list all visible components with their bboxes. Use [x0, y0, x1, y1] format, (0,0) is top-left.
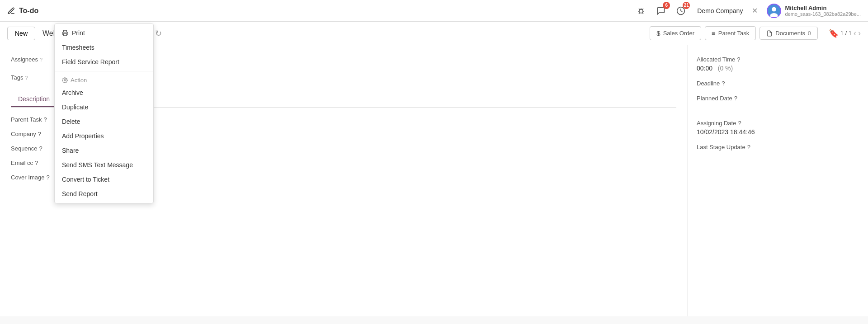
dollar-icon: $ — [656, 29, 660, 37]
next-button[interactable]: › — [858, 28, 861, 38]
menu-duplicate[interactable]: Duplicate — [55, 100, 153, 114]
documents-label: Documents — [775, 30, 805, 37]
close-button[interactable]: ✕ — [752, 6, 758, 15]
svg-point-7 — [64, 80, 66, 81]
company-name: Demo Company — [697, 7, 743, 14]
assigning-date-field: Assigning Date ? 10/02/2023 18:44:46 — [697, 120, 859, 136]
user-avatar — [767, 4, 781, 18]
navbar: To-do 6 21 Demo Company ✕ — [0, 0, 868, 22]
sales-order-button[interactable]: $ Sales Order — [650, 26, 701, 40]
brand: To-do — [7, 7, 38, 15]
allocated-time-label: Allocated Time ? — [697, 56, 859, 63]
menu-archive[interactable]: Archive — [55, 85, 153, 100]
documents-count: 0 — [808, 30, 811, 37]
cover-image-help[interactable]: ? — [46, 174, 49, 181]
new-button[interactable]: New — [7, 27, 35, 40]
planned-date-field: Planned Date ? — [697, 95, 859, 102]
bug-icon — [637, 6, 646, 15]
chat-badge: 6 — [663, 2, 670, 9]
deadline-help[interactable]: ? — [722, 80, 725, 87]
menu-send-report[interactable]: Send Report — [55, 187, 153, 201]
action-gear-icon — [62, 77, 68, 83]
prev-button[interactable]: ‹ — [854, 28, 856, 38]
parent-task-label: Parent Task — [718, 30, 749, 37]
planned-date-help[interactable]: ? — [734, 95, 737, 102]
pencil-icon — [7, 7, 15, 15]
deadline-field: Deadline ? — [697, 80, 859, 87]
sequence-help[interactable]: ? — [39, 145, 42, 152]
documents-button[interactable]: Documents 0 — [760, 27, 817, 40]
menu-delete[interactable]: Delete — [55, 114, 153, 129]
allocated-time-field: Allocated Time ? 00:00 (0 %) — [697, 56, 859, 72]
clock-badge: 21 — [683, 2, 690, 9]
avatar-image — [768, 5, 780, 17]
menu-add-properties[interactable]: Add Properties — [55, 129, 153, 143]
menu-share[interactable]: Share — [55, 143, 153, 158]
sales-order-label: Sales Order — [663, 30, 694, 37]
last-stage-field: Last Stage Update ? — [697, 144, 859, 150]
redo-button[interactable]: ↻ — [153, 27, 164, 40]
menu-field-service[interactable]: Field Service Report — [55, 55, 153, 69]
document-icon — [766, 30, 773, 37]
tags-help[interactable]: ? — [25, 75, 28, 80]
deadline-label: Deadline ? — [697, 80, 859, 87]
parent-task-help[interactable]: ? — [43, 116, 47, 123]
user-info: Mitchell Admin demo_saas-163_082ba82a29b… — [785, 5, 861, 17]
svg-point-3 — [772, 7, 777, 11]
smart-buttons: $ Sales Order ≡ Parent Task Documents 0 — [650, 26, 817, 40]
email-cc-help[interactable]: ? — [35, 160, 38, 166]
brand-label: To-do — [19, 7, 38, 15]
chat-button[interactable]: 6 — [654, 4, 668, 18]
assigning-date-section: Assigning Date ? 10/02/2023 18:44:46 Las… — [697, 120, 859, 150]
menu-send-sms[interactable]: Send SMS Text Message — [55, 158, 153, 172]
allocated-time-value: 00:00 (0 %) — [697, 65, 859, 72]
menu-print[interactable]: Print — [55, 26, 153, 40]
assigning-date-help[interactable]: ? — [738, 120, 741, 127]
bookmark-button[interactable]: 🔖 — [829, 28, 839, 38]
company-help[interactable]: ? — [38, 131, 41, 137]
svg-rect-6 — [64, 33, 67, 36]
allocated-time-help[interactable]: ? — [737, 56, 740, 63]
menu-action-section: Action — [55, 73, 153, 85]
planned-date-label: Planned Date ? — [697, 95, 859, 102]
clock-button[interactable]: 21 — [674, 4, 688, 18]
menu-timesheets[interactable]: Timesheets — [55, 40, 153, 55]
pagination-area: 🔖 1 / 1 ‹ › — [829, 28, 861, 38]
svg-point-0 — [639, 9, 643, 13]
menu-divider-1 — [55, 71, 153, 71]
tab-description[interactable]: Description — [11, 92, 57, 107]
last-stage-label: Last Stage Update ? — [697, 144, 859, 150]
user-section: Mitchell Admin demo_saas-163_082ba82a29b… — [767, 4, 861, 18]
assigning-date-value: 10/02/2023 18:44:46 — [697, 128, 859, 136]
dropdown-menu: Print Timesheets Field Service Report Ac… — [54, 23, 154, 203]
right-panel: Allocated Time ? 00:00 (0 %) Deadline ? … — [687, 45, 868, 316]
user-name: Mitchell Admin — [785, 5, 861, 11]
assignees-help[interactable]: ? — [40, 57, 42, 62]
user-db: demo_saas-163_082ba82a29be... — [785, 11, 861, 17]
page-counter: 1 / 1 — [840, 30, 852, 37]
navbar-icons: 6 21 Demo Company ✕ Mitchell Admin demo_… — [634, 4, 861, 18]
list-icon: ≡ — [712, 29, 716, 37]
menu-convert-ticket[interactable]: Convert to Ticket — [55, 172, 153, 187]
bug-button[interactable] — [634, 4, 648, 18]
last-stage-help[interactable]: ? — [747, 144, 750, 150]
parent-task-button[interactable]: ≡ Parent Task — [705, 26, 756, 40]
assigning-date-label: Assigning Date ? — [697, 120, 859, 127]
print-icon — [62, 30, 68, 36]
